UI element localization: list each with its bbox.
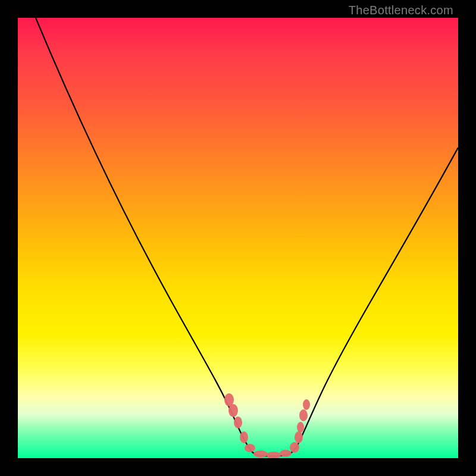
marker-point (299, 409, 308, 421)
marker-point (267, 452, 281, 458)
right-curve-path (296, 148, 458, 447)
marker-point (280, 450, 292, 457)
marker-point (295, 431, 303, 443)
left-curve-path (36, 18, 250, 449)
marker-point (240, 431, 248, 443)
marker-point (228, 404, 238, 417)
watermark-text: TheBottleneck.com (349, 4, 453, 17)
chart-container: TheBottleneck.com (0, 0, 476, 476)
marker-point (234, 416, 242, 428)
chart-svg (18, 18, 458, 458)
marker-point (253, 450, 268, 458)
marker-point (245, 444, 255, 452)
marker-point (297, 422, 304, 433)
marker-point (290, 442, 299, 453)
marker-point (303, 399, 310, 410)
plot-area (18, 18, 458, 458)
